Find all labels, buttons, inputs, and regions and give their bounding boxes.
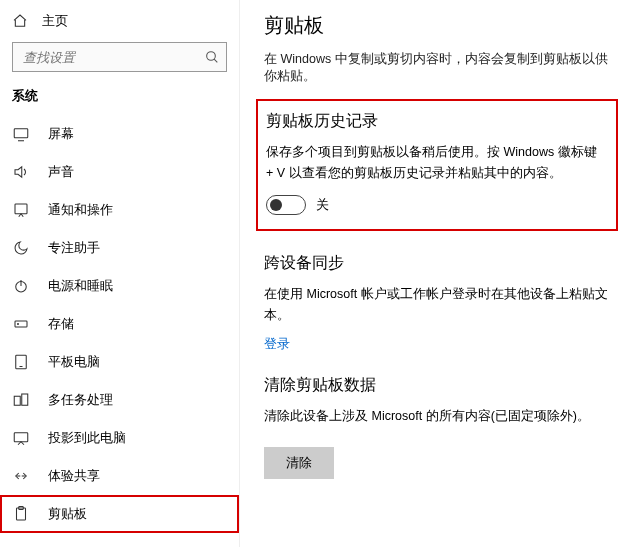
sidebar-item-label: 平板电脑 (48, 353, 100, 371)
sound-icon (12, 163, 30, 181)
svg-rect-8 (15, 321, 27, 327)
page-intro: 在 Windows 中复制或剪切内容时，内容会复制到剪贴板以供你粘贴。 (264, 51, 618, 85)
svg-line-1 (214, 59, 217, 62)
storage-icon (12, 315, 30, 333)
sidebar-item-storage[interactable]: 存储 (0, 305, 239, 343)
sidebar-nav: 屏幕 声音 通知和操作 专注助手 电源和睡眠 存储 (0, 115, 239, 547)
sync-heading: 跨设备同步 (264, 253, 618, 274)
sidebar-item-label: 电源和睡眠 (48, 277, 113, 295)
sidebar-item-tablet[interactable]: 平板电脑 (0, 343, 239, 381)
sync-body: 在使用 Microsoft 帐户或工作帐户登录时在其他设备上粘贴文本。 (264, 284, 618, 327)
sidebar-group-label: 系统 (0, 82, 239, 115)
project-icon (12, 429, 30, 447)
search-input[interactable] (21, 49, 204, 66)
sidebar-item-display[interactable]: 屏幕 (0, 115, 239, 153)
sidebar-item-label: 投影到此电脑 (48, 429, 126, 447)
main-content: 剪贴板 在 Windows 中复制或剪切内容时，内容会复制到剪贴板以供你粘贴。 … (240, 0, 640, 547)
clear-button[interactable]: 清除 (264, 447, 334, 479)
sidebar-item-multitask[interactable]: 多任务处理 (0, 381, 239, 419)
home-icon (12, 13, 28, 29)
history-body: 保存多个项目到剪贴板以备稍后使用。按 Windows 徽标键 + V 以查看您的… (266, 142, 602, 185)
sidebar-item-label: 多任务处理 (48, 391, 113, 409)
clear-heading: 清除剪贴板数据 (264, 375, 618, 396)
toggle-knob (270, 199, 282, 211)
history-toggle-row: 关 (266, 195, 602, 215)
tablet-icon (12, 353, 30, 371)
sidebar-item-label: 屏幕 (48, 125, 74, 143)
sidebar-home-row[interactable]: 主页 (0, 6, 239, 36)
sidebar-item-sound[interactable]: 声音 (0, 153, 239, 191)
sidebar-item-power[interactable]: 电源和睡眠 (0, 267, 239, 305)
clear-section: 清除剪贴板数据 清除此设备上涉及 Microsoft 的所有内容(已固定项除外)… (264, 375, 618, 479)
sidebar-item-label: 声音 (48, 163, 74, 181)
multitask-icon (12, 391, 30, 409)
notify-icon (12, 201, 30, 219)
sidebar-item-label: 体验共享 (48, 467, 100, 485)
sidebar-item-label: 剪贴板 (48, 505, 87, 523)
svg-rect-13 (22, 394, 28, 405)
shared-icon (12, 467, 30, 485)
clipboard-icon (12, 505, 30, 523)
sidebar-item-projecting[interactable]: 投影到此电脑 (0, 419, 239, 457)
history-toggle-state: 关 (316, 196, 329, 214)
sidebar-item-label: 专注助手 (48, 239, 100, 257)
page-title: 剪贴板 (264, 12, 618, 39)
sidebar-item-clipboard[interactable]: 剪贴板 (0, 495, 239, 533)
svg-marker-4 (15, 167, 22, 178)
svg-rect-12 (14, 396, 20, 405)
sidebar-home-label: 主页 (42, 12, 68, 30)
svg-rect-2 (14, 129, 28, 138)
sidebar-item-notifications[interactable]: 通知和操作 (0, 191, 239, 229)
clear-body: 清除此设备上涉及 Microsoft 的所有内容(已固定项除外)。 (264, 406, 618, 427)
history-section-highlight: 剪贴板历史记录 保存多个项目到剪贴板以备稍后使用。按 Windows 徽标键 +… (256, 99, 618, 231)
svg-rect-14 (14, 433, 28, 442)
sidebar-item-shared[interactable]: 体验共享 (0, 457, 239, 495)
svg-point-9 (18, 324, 19, 325)
search-icon (204, 49, 220, 65)
focus-icon (12, 239, 30, 257)
sidebar: 主页 系统 屏幕 声音 通知和操作 专注助手 (0, 0, 240, 547)
svg-rect-5 (15, 204, 27, 214)
search-box[interactable] (12, 42, 227, 72)
power-icon (12, 277, 30, 295)
sync-signin-link[interactable]: 登录 (264, 336, 618, 353)
display-icon (12, 125, 30, 143)
svg-point-0 (207, 52, 216, 61)
history-heading: 剪贴板历史记录 (266, 111, 602, 132)
sync-section: 跨设备同步 在使用 Microsoft 帐户或工作帐户登录时在其他设备上粘贴文本… (264, 253, 618, 354)
sidebar-item-label: 存储 (48, 315, 74, 333)
sidebar-item-focus[interactable]: 专注助手 (0, 229, 239, 267)
history-toggle[interactable] (266, 195, 306, 215)
sidebar-item-label: 通知和操作 (48, 201, 113, 219)
